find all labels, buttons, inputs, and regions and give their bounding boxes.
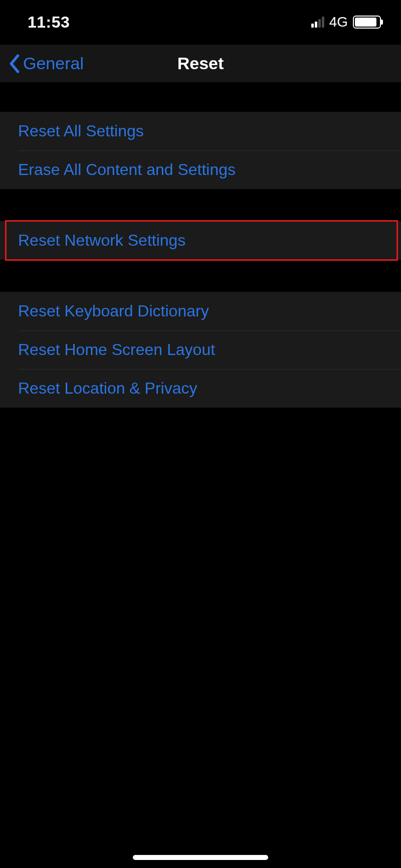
row-reset-keyboard-dictionary[interactable]: Reset Keyboard Dictionary [0,292,401,330]
row-label: Reset All Settings [18,122,144,140]
row-reset-all-settings[interactable]: Reset All Settings [0,112,401,150]
chevron-left-icon [8,54,21,74]
row-reset-network-settings[interactable]: Reset Network Settings [0,221,401,260]
status-time: 11:53 [28,13,70,32]
row-erase-all-content[interactable]: Erase All Content and Settings [0,150,401,189]
row-label: Reset Network Settings [18,231,185,250]
page-title: Reset [177,54,224,73]
row-reset-home-screen-layout[interactable]: Reset Home Screen Layout [0,330,401,369]
status-right: 4G [311,14,381,30]
home-indicator[interactable] [133,855,268,860]
row-label: Reset Home Screen Layout [18,340,215,359]
row-reset-location-privacy[interactable]: Reset Location & Privacy [0,369,401,408]
battery-icon [353,16,381,29]
signal-icon [311,17,324,28]
back-label: General [23,54,84,73]
row-label: Reset Keyboard Dictionary [18,302,209,320]
settings-group-2: Reset Network Settings [0,221,401,260]
row-label: Reset Location & Privacy [18,379,197,398]
back-button[interactable]: General [8,54,84,74]
row-label: Erase All Content and Settings [18,160,236,179]
network-label: 4G [329,14,348,30]
settings-group-1: Reset All Settings Erase All Content and… [0,112,401,189]
status-bar: 11:53 4G [0,0,401,44]
nav-bar: General Reset [0,44,401,82]
settings-group-3: Reset Keyboard Dictionary Reset Home Scr… [0,292,401,408]
